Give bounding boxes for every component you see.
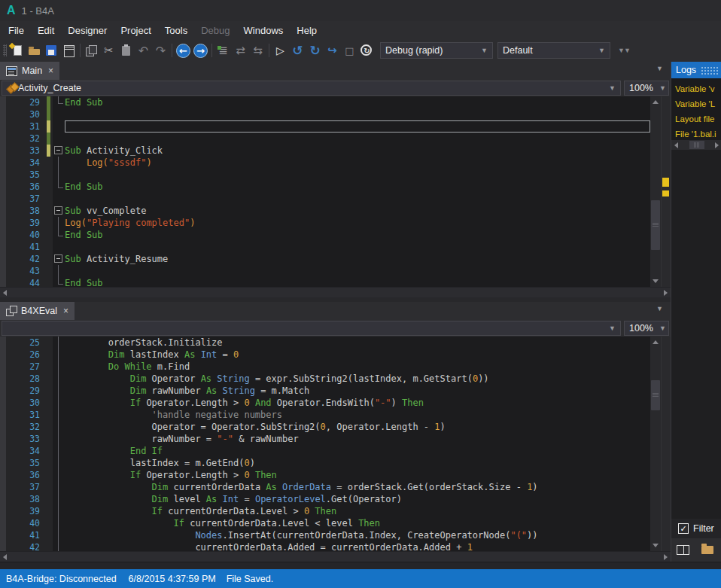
eval-zoom-select[interactable]: 100% ▼ [624, 321, 669, 336]
collapse-minus-icon[interactable] [54, 254, 62, 263]
scope-guide-line [58, 217, 59, 229]
code-line: 44End Sub [7, 277, 650, 287]
files-folder-icon[interactable] [701, 546, 713, 554]
copy-icon[interactable] [83, 42, 100, 59]
code-text: If currentOrderData.Level > 0 Then [65, 505, 650, 517]
tab-b4xeval[interactable]: B4XEval × [0, 302, 75, 320]
code-line: 41 Nodes.InsertAt(currentOrderData.Index… [7, 529, 650, 541]
resume-icon[interactable] [289, 42, 306, 59]
menu-designer[interactable]: Designer [61, 23, 114, 38]
package-icon[interactable] [60, 42, 78, 59]
menu-project[interactable]: Project [114, 23, 157, 38]
marker-margin [45, 421, 53, 433]
code-text: End If [65, 445, 650, 457]
code-line: 39Log("Playing completed") [7, 217, 650, 229]
stop-icon[interactable] [341, 42, 358, 59]
collapse-minus-icon[interactable] [54, 146, 62, 154]
back-icon[interactable] [175, 42, 192, 59]
code-editor-main[interactable]: 29End Sub30313233Sub Activity_Click34 Lo… [0, 96, 671, 287]
scrollbar-thumb[interactable] [651, 200, 660, 250]
build-config-select[interactable]: Default ▼ [497, 42, 610, 59]
scrollbar-thumb[interactable] [651, 380, 660, 410]
scope-guide-line [58, 169, 59, 181]
scrollbar-thumb[interactable] [689, 141, 704, 149]
marker-margin [45, 373, 53, 385]
code-text: Sub Activity_Resume [65, 253, 650, 265]
cut-icon[interactable] [100, 42, 117, 59]
eval-function-select[interactable]: ▼ [2, 321, 621, 336]
code-line: 29End Sub [7, 96, 650, 108]
log-entry: Variable 'v [671, 81, 721, 96]
code-line: 27 Do While m.Find [7, 361, 650, 373]
close-icon[interactable]: × [48, 66, 53, 76]
scope-guide-line [58, 265, 59, 277]
new-icon[interactable] [8, 42, 26, 59]
open-icon[interactable] [26, 42, 43, 59]
code-line: 29 Dim rawNumber As String = m.Match [7, 385, 650, 397]
build-mode-value: Debug (rapid) [385, 45, 443, 56]
code-editor-b4xeval[interactable]: 25 orderStack.Initialize26 Dim lastIndex… [0, 337, 671, 552]
chevron-down-icon: ▼ [653, 324, 666, 332]
step-over-icon[interactable] [249, 42, 266, 59]
logs-panel-header[interactable]: Logs [671, 62, 721, 78]
goto-line-icon[interactable] [214, 42, 232, 59]
filter-checkbox[interactable] [678, 523, 689, 534]
fold-margin[interactable] [53, 205, 65, 217]
tab-main[interactable]: Main × [0, 62, 59, 80]
menu-tools[interactable]: Tools [158, 23, 194, 38]
eval-horizontal-scrollbar[interactable] [0, 551, 671, 562]
fold-margin[interactable] [53, 253, 65, 265]
code-text [65, 169, 650, 181]
fold-margin[interactable] [53, 145, 65, 157]
code-line: 42 currentOrderData.Added = currentOrder… [7, 541, 650, 552]
libraries-book-icon[interactable] [677, 545, 689, 555]
marker-margin [45, 481, 53, 493]
code-line: 37 Dim currentOrderData As OrderData = o… [7, 481, 650, 493]
forward-icon[interactable] [192, 42, 209, 59]
menu-windows[interactable]: Windows [237, 23, 291, 38]
collapse-minus-icon[interactable] [54, 206, 62, 215]
toolbar-overflow-icon[interactable]: ▼▼ [618, 47, 630, 54]
scope-guide-line [58, 529, 59, 541]
close-icon[interactable]: × [63, 306, 68, 316]
fold-margin [53, 277, 65, 287]
step-into-icon[interactable] [232, 42, 249, 59]
tab-list-chevron-icon[interactable]: ▼ [656, 62, 671, 72]
scope-guide-end [58, 277, 63, 285]
menu-help[interactable]: Help [290, 23, 324, 38]
main-horizontal-scrollbar[interactable] [0, 287, 671, 297]
scope-guide-line [58, 505, 59, 517]
step-icon[interactable] [306, 42, 324, 59]
code-text: End Sub [65, 277, 650, 287]
tab-list-chevron-icon[interactable]: ▼ [656, 302, 671, 312]
marker-margin [45, 529, 53, 541]
restart-icon[interactable] [358, 42, 376, 59]
code-line: 33Sub Activity_Click [7, 145, 650, 157]
line-number: 31 [7, 120, 45, 133]
change-marker [45, 120, 53, 133]
marker-margin [45, 361, 53, 373]
scope-guide-line [58, 457, 59, 469]
line-number: 42 [7, 541, 45, 552]
logs-horizontal-scrollbar[interactable] [671, 140, 721, 150]
vertical-scrollbar[interactable] [650, 96, 661, 287]
code-text: Dim level As Int = OperatorLevel.Get(Ope… [65, 493, 650, 505]
menu-file[interactable]: File [2, 23, 31, 38]
undo-icon[interactable] [135, 42, 152, 59]
redo-icon[interactable] [152, 42, 169, 59]
editor-lines: 29End Sub30313233Sub Activity_Click34 Lo… [7, 96, 650, 287]
main-zoom-select[interactable]: 100% ▼ [624, 81, 669, 96]
redeploy-icon[interactable] [324, 42, 341, 59]
menu-edit[interactable]: Edit [31, 23, 61, 38]
run-icon[interactable] [272, 42, 289, 59]
vertical-scrollbar[interactable] [650, 337, 661, 552]
save-icon[interactable] [43, 42, 60, 59]
scrollbar-annotation-margin [661, 337, 671, 552]
build-mode-select[interactable]: Debug (rapid) ▼ [380, 42, 493, 59]
line-number: 38 [7, 205, 45, 217]
paste-icon[interactable] [117, 42, 135, 59]
code-text: If Operator.Length > 0 And Operator.Ends… [65, 397, 650, 409]
code-line: 43 [7, 265, 650, 277]
main-function-select[interactable]: Activity_Create ▼ [2, 81, 621, 96]
fold-margin [53, 445, 65, 457]
